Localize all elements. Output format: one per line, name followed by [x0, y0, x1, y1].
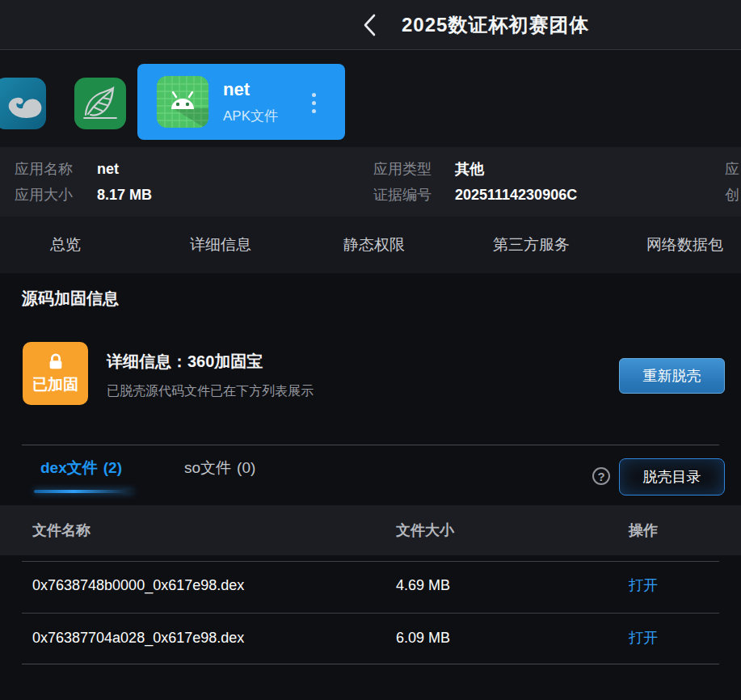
section-tab-bar: 总览 详细信息 静态权限 第三方服务 网络数据包: [0, 217, 741, 273]
hardening-content: 源码加固信息 已加固 详细信息：360加固宝 已脱壳源代码文件已在下方列表展示 …: [0, 273, 741, 700]
app-icon-leaf[interactable]: [74, 78, 126, 129]
reshell-button[interactable]: 重新脱壳: [619, 358, 725, 394]
row-divider: [22, 613, 719, 614]
file-table-header: 文件名称 文件大小 操作: [0, 505, 741, 555]
active-tab-underline: [34, 490, 133, 493]
tab-third-party-services[interactable]: 第三方服务: [493, 217, 570, 273]
header-file-size: 文件大小: [396, 505, 454, 555]
tab-so-files[interactable]: so文件(0): [184, 458, 255, 479]
swirl-icon: [0, 78, 46, 129]
info-label-app-type: 应用类型: [373, 159, 432, 179]
info-value-app-name: net: [97, 159, 119, 179]
tab-details[interactable]: 详细信息: [190, 217, 251, 273]
topbar: 2025数证杯初赛团体: [0, 0, 741, 50]
app-type-label: APK文件: [223, 107, 278, 125]
chevron-left-icon: [360, 13, 380, 37]
dex-tab-count: (2): [103, 459, 122, 476]
tab-overview[interactable]: 总览: [50, 217, 81, 273]
file-name-cell: 0x7638748b0000_0x617e98.dex: [32, 576, 244, 595]
android-app-icon: [157, 76, 208, 128]
dex-tab-label: dex文件: [40, 459, 98, 476]
app-icon-teal-swirl[interactable]: [0, 78, 46, 129]
so-tab-count: (0): [237, 459, 255, 476]
hardened-badge-label: 已加固: [32, 374, 78, 395]
selected-app-card[interactable]: net APK文件: [137, 64, 345, 140]
app-name: net: [223, 79, 250, 100]
open-file-link[interactable]: 打开: [629, 576, 658, 595]
info-value-evidence-id: 20251114230906C: [455, 185, 577, 205]
hardening-detail-subtitle: 已脱壳源代码文件已在下方列表展示: [107, 383, 314, 400]
open-file-link[interactable]: 打开: [629, 628, 658, 647]
info-label-evidence-id: 证据编号: [373, 185, 432, 205]
lock-icon: [46, 352, 65, 372]
unshell-directory-button[interactable]: 脱壳目录: [619, 458, 725, 495]
file-size-cell: 6.09 MB: [396, 628, 450, 647]
tab-network-packets[interactable]: 网络数据包: [646, 217, 723, 273]
file-size-cell: 4.69 MB: [396, 576, 450, 595]
more-options-icon[interactable]: [305, 86, 322, 119]
divider: [22, 664, 719, 664]
app-info-panel: 应用名称 net 应用大小 8.17 MB 应用类型 其他 证据编号 20251…: [0, 147, 741, 217]
info-value-app-size: 8.17 MB: [97, 185, 152, 205]
info-label-truncated-1: 应: [725, 159, 739, 179]
section-title: 源码加固信息: [22, 288, 119, 310]
info-label-app-name: 应用名称: [15, 159, 73, 179]
leaf-quill-icon: [74, 78, 126, 129]
tab-static-permissions[interactable]: 静态权限: [343, 217, 405, 273]
header-file-name: 文件名称: [32, 505, 91, 555]
file-name-cell: 0x76387704a028_0x617e98.dex: [32, 628, 244, 647]
header-action: 操作: [629, 505, 658, 555]
info-label-app-size: 应用大小: [15, 185, 73, 205]
tab-dex-files[interactable]: dex文件(2): [40, 458, 122, 479]
page-title: 2025数证杯初赛团体: [402, 0, 589, 50]
info-value-app-type: 其他: [455, 159, 484, 179]
help-icon[interactable]: ?: [592, 467, 610, 485]
row-divider: [22, 561, 719, 562]
hardening-detail-title: 详细信息：360加固宝: [107, 351, 263, 373]
hardened-status-badge: 已加固: [23, 342, 88, 405]
info-label-truncated-2: 创: [725, 185, 739, 205]
so-tab-label: so文件: [184, 459, 231, 476]
apk-analysis-screen: 2025数证杯初赛团体: [0, 0, 741, 700]
app-strip: net APK文件: [0, 51, 741, 147]
divider: [22, 445, 719, 445]
back-button[interactable]: [360, 13, 380, 37]
